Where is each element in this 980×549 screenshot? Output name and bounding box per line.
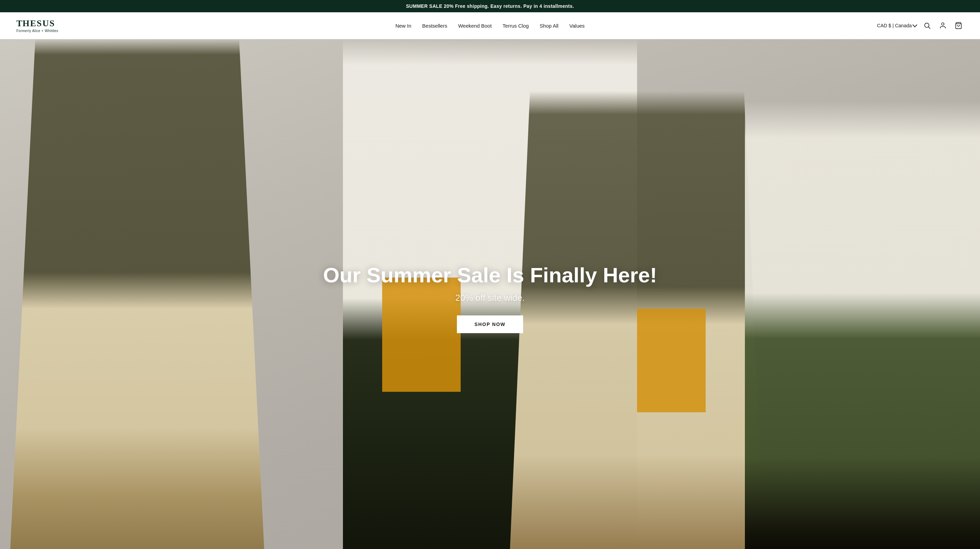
nav-item-weekend-boot[interactable]: Weekend Boot [458, 23, 492, 29]
nav-item-bestsellers[interactable]: Bestsellers [422, 23, 447, 29]
svg-point-0 [925, 23, 929, 28]
logo-area[interactable]: THESUS Formerly Alice + Whittles [16, 18, 58, 33]
header: THESUS Formerly Alice + Whittles New In … [0, 12, 980, 39]
hero-section: Our Summer Sale Is Finally Here! 20% off… [0, 39, 980, 549]
main-nav: New In Bestsellers Weekend Boot Terrus C… [396, 23, 585, 29]
svg-point-2 [942, 23, 944, 25]
logo-subtitle: Formerly Alice + Whittles [16, 29, 58, 33]
svg-line-1 [929, 27, 930, 29]
shop-now-button[interactable]: SHOP NOW [457, 316, 523, 333]
announcement-bar: SUMMER SALE 20% Free shipping. Easy retu… [0, 0, 980, 12]
nav-item-terrus-clog[interactable]: Terrus Clog [503, 23, 529, 29]
cart-icon [955, 22, 962, 29]
nav-item-new-in[interactable]: New In [396, 23, 412, 29]
hero-content: Our Summer Sale Is Finally Here! 20% off… [0, 39, 980, 549]
login-button[interactable] [938, 21, 948, 31]
cart-button[interactable] [953, 21, 964, 31]
logo-brand[interactable]: THESUS [16, 18, 55, 28]
search-button[interactable] [922, 21, 932, 31]
person-icon [939, 22, 947, 29]
nav-item-values[interactable]: Values [570, 23, 585, 29]
search-icon [923, 22, 931, 29]
nav-item-shop-all[interactable]: Shop All [540, 23, 558, 29]
currency-selector[interactable]: CAD $ | Canada [877, 23, 916, 28]
hero-title: Our Summer Sale Is Finally Here! [323, 263, 657, 287]
hero-subtitle: 20% off site wide. [455, 293, 525, 303]
announcement-text: SUMMER SALE 20% Free shipping. Easy retu… [406, 3, 574, 9]
chevron-down-icon [912, 22, 917, 27]
header-actions: CAD $ | Canada [877, 21, 964, 31]
currency-label: CAD $ | Canada [877, 23, 912, 28]
